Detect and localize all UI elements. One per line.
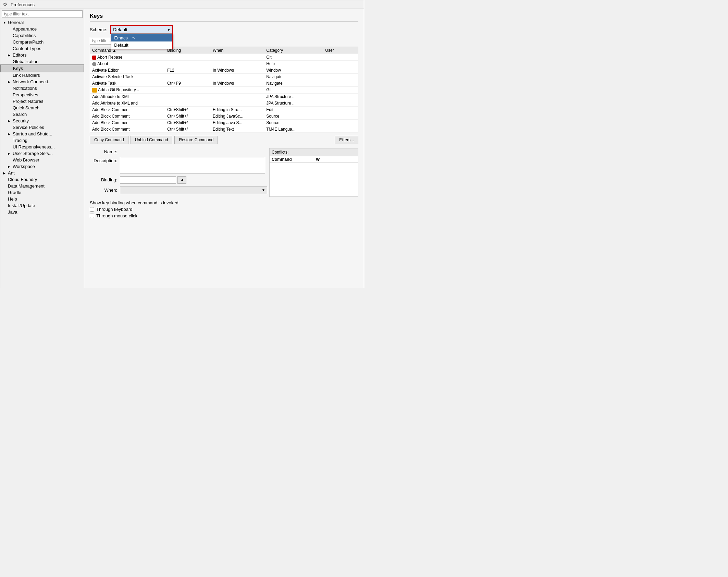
table-row[interactable]: Add Block CommentCtrl+Shift+/Editing Jav… [90, 119, 358, 126]
copy-command-button[interactable]: Copy Command [90, 136, 128, 144]
sidebar-item-security[interactable]: ▶Security [0, 118, 84, 124]
cell-user [323, 126, 358, 132]
cell-binding: Ctrl+Shift+/ [165, 106, 211, 113]
sidebar-item-general[interactable]: ▼General [0, 19, 84, 26]
cell-binding: Ctrl+Shift+/ [165, 113, 211, 119]
sidebar-item-link-handlers[interactable]: Link Handlers [0, 72, 84, 79]
sidebar-item-appearance[interactable]: Appearance [0, 26, 84, 32]
sidebar-item-cloud-foundry[interactable]: Cloud Foundry [0, 176, 84, 183]
cell-when [211, 54, 264, 61]
table-row[interactable]: Activate TaskCtrl+F9In WindowsNavigate [90, 80, 358, 87]
dropdown-item-default[interactable]: Default [111, 41, 172, 49]
sidebar-item-web-browser[interactable]: Web Browser [0, 157, 84, 163]
col-header-user[interactable]: User [323, 47, 358, 54]
col-header-category[interactable]: Category [264, 47, 323, 54]
filters-button[interactable]: Filters... [335, 136, 358, 144]
cell-command: Add Block Comment [90, 106, 165, 113]
main-layout: ▼GeneralAppearanceCapabilitiesCompare/Pa… [0, 9, 364, 288]
sidebar-item-globalization[interactable]: Globalization [0, 58, 84, 65]
detail-left: Name: Description: Binding: ◄ [90, 148, 265, 197]
table-row[interactable]: Add Block CommentCtrl+Shift+/Editing in … [90, 106, 358, 113]
action-button-row: Copy Command Unbind Command Restore Comm… [90, 136, 358, 144]
table-row[interactable]: Activate Selected TaskNavigate [90, 74, 358, 80]
dropdown-item-emacs[interactable]: Emacs↖ [111, 34, 172, 41]
table-row[interactable]: Add Block CommentCtrl+Shift+/Editing Tex… [90, 126, 358, 132]
checkbox-section: Show key binding when command is invoked… [90, 200, 358, 218]
sidebar-tree: ▼GeneralAppearanceCapabilitiesCompare/Pa… [0, 19, 84, 288]
sidebar-item-perspectives[interactable]: Perspectives [0, 92, 84, 98]
sidebar-item-install-update[interactable]: Install/Update [0, 202, 84, 209]
sidebar-item-label-appearance: Appearance [13, 26, 37, 32]
cell-when: In Windows [211, 80, 264, 87]
sidebar-item-service-policies[interactable]: Service Policies [0, 124, 84, 131]
sidebar-item-label-gradle: Gradle [8, 190, 21, 195]
binding-input-group: ◄ [120, 176, 186, 184]
restore-command-button[interactable]: Restore Command [174, 136, 218, 144]
sidebar-item-compare-patch[interactable]: Compare/Patch [0, 39, 84, 45]
table-row[interactable]: Add Block CommentCtrl+Shift+/Editing Jav… [90, 113, 358, 119]
sidebar-search-input[interactable] [2, 10, 83, 18]
conflicts-label: Conflicts: [272, 150, 288, 155]
sidebar-item-startup-shutdown[interactable]: ▶Startup and Shutd... [0, 131, 84, 137]
sidebar-item-label-keys: Keys [13, 66, 23, 71]
sidebar-item-network-connections[interactable]: ▶Network Connecti... [0, 79, 84, 85]
cell-category: Navigate [264, 80, 323, 87]
scheme-dropdown-overlay: Emacs↖Default [111, 34, 173, 49]
when-select[interactable] [120, 187, 267, 194]
cell-binding: Ctrl+F9 [165, 80, 211, 87]
binding-input[interactable] [120, 176, 176, 184]
sidebar-item-quick-search[interactable]: Quick Search [0, 105, 84, 111]
binding-label: Binding: [90, 176, 117, 182]
sidebar-item-java[interactable]: Java [0, 209, 84, 215]
mouse-checkbox[interactable] [90, 214, 94, 218]
table-row[interactable]: Activate EditorF12In WindowsWindow [90, 67, 358, 74]
binding-row: Binding: ◄ [90, 176, 265, 184]
scheme-select[interactable]: Default Emacs [111, 26, 172, 34]
sidebar-item-editors[interactable]: ▶Editors [0, 52, 84, 58]
sidebar-item-label-notifications: Notifications [13, 86, 37, 91]
keyboard-checkbox[interactable] [90, 207, 94, 212]
sidebar-item-ant[interactable]: ▶Ant [0, 170, 84, 176]
sidebar-item-label-web-browser: Web Browser [13, 157, 39, 163]
binding-arrow-button[interactable]: ◄ [177, 176, 186, 184]
sidebar-item-notifications[interactable]: Notifications [0, 85, 84, 92]
cell-when: Editing Text [211, 126, 264, 132]
table-row[interactable]: Add Attribute to XMLJPA Structure ... [90, 93, 358, 100]
sidebar-item-data-management[interactable]: Data Management [0, 183, 84, 189]
sidebar-item-help[interactable]: Help [0, 196, 84, 202]
chevron-icon: ▼ [3, 21, 7, 24]
sidebar-item-gradle[interactable]: Gradle [0, 189, 84, 196]
table-row[interactable]: Abort RebaseGit [90, 54, 358, 61]
sidebar-item-capabilities[interactable]: Capabilities [0, 32, 84, 39]
cell-category: Source [264, 113, 323, 119]
chevron-icon: ▶ [8, 152, 11, 155]
table-row[interactable]: Add Attribute to XML andJPA Structure ..… [90, 100, 358, 106]
col-header-when[interactable]: When [211, 47, 264, 54]
sidebar-item-keys[interactable]: Keys [0, 65, 84, 72]
sidebar-item-ui-responsiveness[interactable]: UI Responsiveness... [0, 144, 84, 150]
table-row[interactable]: Add a Git Repository...Git [90, 87, 358, 94]
unbind-command-button[interactable]: Unbind Command [131, 136, 173, 144]
cell-user [323, 61, 358, 67]
description-input[interactable] [120, 157, 265, 173]
sidebar-item-label-search: Search [13, 112, 27, 117]
keys-table-wrapper: Command ▲ Binding When Category User Abo… [90, 47, 358, 133]
sidebar-item-tracing[interactable]: Tracing [0, 137, 84, 144]
table-row[interactable]: AboutHelp [90, 61, 358, 67]
sidebar-item-project-natures[interactable]: Project Natures [0, 98, 84, 105]
chevron-icon: ▶ [8, 53, 11, 57]
cell-command: Activate Selected Task [90, 74, 165, 80]
cell-command: Activate Task [90, 80, 165, 87]
sidebar-item-search[interactable]: Search [0, 111, 84, 118]
cell-command: Add Block Comment [90, 119, 165, 126]
scheme-dropdown-wrapper: Default Emacs ▼ Emacs↖Default [110, 25, 173, 34]
sidebar-item-content-types[interactable]: Content Types [0, 45, 84, 52]
cell-command: Add Block Comment [90, 126, 165, 132]
sidebar-item-workspace[interactable]: ▶Workspace [0, 163, 84, 170]
sidebar-item-label-cloud-foundry: Cloud Foundry [8, 177, 37, 182]
sidebar-search-box[interactable] [2, 10, 83, 18]
sidebar-item-user-storage[interactable]: ▶User Storage Serv... [0, 150, 84, 157]
sidebar-scroll-area: ▼GeneralAppearanceCapabilitiesCompare/Pa… [0, 19, 84, 288]
cell-category: Help [264, 61, 323, 67]
mouse-checkbox-label: Through mouse click [96, 213, 137, 218]
